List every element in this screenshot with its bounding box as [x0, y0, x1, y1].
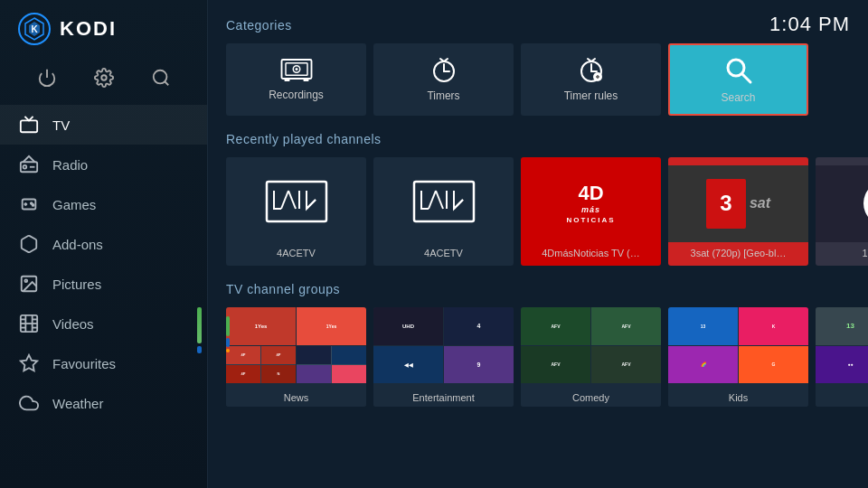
group-entertainment[interactable]: UHD 4 ◀◀ 9 Entertainment [373, 307, 514, 407]
channel-4dmas-image: 4D más NOTICIAS [521, 165, 661, 242]
svg-rect-52 [414, 182, 474, 221]
svg-point-30 [295, 68, 297, 70]
clock: 1:04 PM [769, 13, 850, 36]
channel-4acetv-1[interactable]: 4ACETV [226, 157, 366, 266]
sidebar: K KODI [0, 0, 208, 488]
group-comedy-label: Comedy [521, 389, 661, 407]
svg-line-49 [281, 191, 288, 209]
group-news-label: News [226, 389, 366, 407]
sidebar-item-tv[interactable]: TV [0, 105, 207, 145]
svg-line-7 [165, 81, 168, 85]
sidebar-label-favourites: Favourites [52, 356, 116, 371]
search-label: Search [721, 91, 755, 104]
pictures-icon [18, 273, 40, 295]
channel-4acetv-2-image [373, 165, 514, 242]
sidebar-label-videos: Videos [52, 316, 94, 332]
kodi-logo-icon: K [18, 13, 51, 45]
group-comedy[interactable]: AFV AFV AFV AFV Comedy [521, 307, 661, 407]
weather-icon [18, 392, 40, 414]
sidebar-item-videos[interactable]: Videos [0, 304, 207, 343]
channel-1yes-label: 1Yes Ne… [858, 248, 868, 258]
group-kids[interactable]: 13 K 🌈 G Kids [668, 307, 808, 407]
content-area: Categories Recordings [208, 0, 868, 488]
search-icon [723, 55, 754, 86]
channel-4dmas[interactable]: 4D más NOTICIAS 4DmásNoticias TV (… [521, 157, 661, 266]
category-recordings[interactable]: Recordings [226, 43, 366, 116]
svg-marker-26 [21, 355, 37, 371]
sidebar-header: K KODI [0, 0, 207, 54]
svg-point-15 [33, 204, 34, 206]
category-search[interactable]: Search [668, 43, 808, 116]
channel-4acetv-1-image [226, 165, 366, 242]
group-comedy-image: AFV AFV AFV AFV [521, 307, 661, 383]
svg-point-10 [24, 165, 27, 169]
sidebar-nav: TV Radio [0, 105, 207, 488]
svg-rect-31 [284, 80, 289, 81]
tv-icon [18, 114, 40, 136]
svg-line-51 [307, 200, 316, 209]
recordings-icon [280, 58, 313, 83]
sidebar-label-tv: TV [52, 117, 70, 133]
sidebar-actions [0, 58, 207, 105]
group-kids-image: 13 K 🌈 G [668, 307, 808, 383]
channels-row: 4ACETV 4AC [226, 157, 850, 266]
timers-label: Timers [427, 89, 459, 102]
sidebar-item-games[interactable]: Games [0, 184, 207, 224]
groups-row: 1Yes 1Yes 4P 4P 4P N [226, 307, 850, 407]
scroll-indicator [197, 307, 202, 353]
categories-row: Recordings Timers [226, 43, 850, 116]
channel-3sat[interactable]: 3 sat 3sat (720p) [Geo-bl… [668, 157, 808, 266]
sidebar-item-radio[interactable]: Radio [0, 145, 207, 184]
channel-4acetv-2[interactable]: 4ACETV [373, 157, 514, 266]
channel-4acetv-1-label: 4ACETV [273, 248, 319, 258]
sidebar-item-favourites[interactable]: Favourites [0, 343, 207, 383]
games-icon [18, 193, 40, 215]
svg-line-53 [429, 191, 436, 209]
svg-point-5 [101, 75, 107, 80]
search-top-button[interactable] [145, 61, 177, 94]
scroll-bar-blue [197, 346, 202, 353]
svg-point-6 [153, 70, 166, 84]
power-button[interactable] [31, 61, 63, 94]
svg-point-17 [24, 279, 27, 282]
svg-line-55 [454, 200, 463, 209]
svg-rect-32 [303, 80, 308, 81]
category-timers[interactable]: Timers [373, 43, 514, 116]
sidebar-label-pictures: Pictures [52, 277, 101, 292]
recordings-label: Recordings [269, 89, 324, 101]
channel-groups-title: TV channel groups [226, 282, 850, 296]
recently-played-title: Recently played channels [226, 132, 850, 146]
favourites-icon [18, 352, 40, 374]
timer-rules-label: Timer rules [564, 89, 618, 102]
news-indicator [226, 316, 230, 371]
scroll-bar-green [197, 307, 202, 343]
videos-icon [18, 313, 40, 334]
sidebar-item-pictures[interactable]: Pictures [0, 264, 207, 304]
categories-title: Categories [226, 18, 850, 33]
channel-1yes[interactable]: 1 1Yes Ne… [816, 157, 868, 266]
svg-line-54 [436, 191, 443, 209]
sidebar-item-weather[interactable]: Weather [0, 383, 207, 423]
group-life-label: Life… [816, 389, 868, 407]
sidebar-item-addons[interactable]: Add-ons [0, 224, 207, 264]
group-life-image: 13 BH ●● L [816, 307, 868, 383]
channel-4acetv-2-label: 4ACETV [420, 248, 467, 258]
group-life[interactable]: 13 BH ●● L Life… [816, 307, 868, 407]
settings-button[interactable] [88, 61, 120, 94]
channel-4dmas-label: 4DmásNoticias TV (… [538, 248, 644, 258]
group-news-image: 1Yes 1Yes 4P 4P 4P N [226, 307, 366, 383]
svg-rect-48 [267, 182, 326, 221]
radio-icon [18, 154, 40, 175]
svg-rect-8 [21, 120, 37, 132]
group-kids-label: Kids [668, 389, 808, 407]
svg-line-50 [288, 191, 296, 209]
svg-line-47 [742, 74, 750, 82]
group-news[interactable]: 1Yes 1Yes 4P 4P 4P N [226, 307, 366, 407]
group-entertainment-image: UHD 4 ◀◀ 9 [373, 307, 514, 383]
addons-icon [18, 233, 40, 255]
group-entertainment-label: Entertainment [373, 389, 514, 407]
category-timer-rules[interactable]: Timer rules [521, 43, 661, 116]
channel-3sat-image: 3 sat [668, 165, 808, 242]
svg-text:K: K [31, 24, 38, 34]
sidebar-label-addons: Add-ons [52, 237, 103, 252]
